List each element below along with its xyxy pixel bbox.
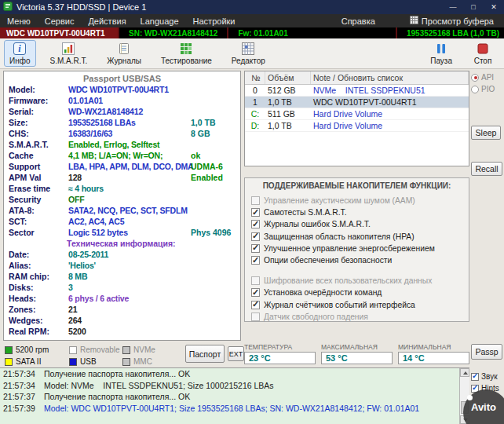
color-chip-icon <box>5 346 13 354</box>
menu-item-menu[interactable]: Меню <box>0 14 38 27</box>
function-item-5[interactable]: Опции обеспечения безопасности <box>245 254 469 266</box>
checkbox-icon <box>69 346 77 354</box>
menu-item-language[interactable]: Language <box>133 14 186 27</box>
temperature-value: 53 °C <box>321 352 393 364</box>
passport-value: 21 <box>68 305 77 314</box>
drive-row-0[interactable]: 0512 GBNVMe INTEL SSDPEKNU51 <box>245 85 469 97</box>
ext-button[interactable]: EXT <box>228 346 244 361</box>
mmc-indicator: MMC <box>122 356 170 367</box>
menu-item-service[interactable]: Сервис <box>38 14 82 27</box>
passport-value-2: Phys 4096 <box>191 228 231 237</box>
function-item-3[interactable]: Защищенная область накопителя (HPA) <box>245 231 469 243</box>
window-title: Victoria 5.37 HDD/SSD | Device 1 <box>16 2 146 12</box>
column-note-refresh[interactable]: Note / Обновить список <box>311 71 469 84</box>
menu-help[interactable]: Справка <box>334 14 382 27</box>
device-serial: SN: WD-WX21A8148412 <box>118 27 227 38</box>
temperature-label: ТЕМПЕРАТУРА <box>244 343 316 351</box>
function-item-0[interactable]: Управление акустическим шумом (ААМ) <box>245 195 469 207</box>
column-number: № <box>245 71 265 84</box>
function-item-8[interactable]: Журнал счётчиков событий интерфейса <box>245 299 469 311</box>
tech-info-header: Техническая информация: <box>4 238 240 249</box>
log-panel: 21:57:34Получение паспорта накопителя...… <box>0 367 469 424</box>
stop-icon <box>476 42 490 56</box>
temperature-label: МАКСИМАЛЬНАЯ <box>321 343 393 351</box>
side-panel: API PIO Sleep Recall Passp Звук Hints <box>471 71 504 396</box>
editor-icon <box>241 42 255 56</box>
passport-row: Disks:3 <box>4 282 240 293</box>
passport-label: RAM chip: <box>9 272 68 281</box>
close-button[interactable]: ✕ <box>484 0 504 14</box>
function-item-4[interactable]: Улучшенное управление энергосбережением <box>245 243 469 254</box>
api-radio[interactable]: API <box>471 72 504 82</box>
function-label: Шифрование всех пользовательских данных <box>264 276 432 285</box>
drive-table-header: № Объём Note / Обновить список <box>245 71 469 85</box>
menu-buffer-view[interactable]: Просмотр буфера <box>403 14 501 27</box>
device-capacity: 1953525168 LBA (1,0 TB) <box>396 27 504 38</box>
passport-label: Date: <box>9 250 68 259</box>
menu-item-settings[interactable]: Настройки <box>186 14 243 27</box>
drive-note: WDC WD10TPVT-00U4RT1 <box>311 97 469 107</box>
passport-label: Support <box>9 162 68 171</box>
sleep-button[interactable]: Sleep <box>471 126 501 140</box>
legend-label: 5200 rpm <box>16 345 49 354</box>
passp-button[interactable]: Passp <box>471 344 502 360</box>
passport-value: 1953525168 LBAs <box>68 118 136 127</box>
maximize-button[interactable]: □ <box>463 0 484 14</box>
passport-label: Cache <box>9 151 68 160</box>
drive-size: 512 GB <box>265 86 311 95</box>
function-item-9[interactable]: Датчик свободного падения <box>245 311 469 322</box>
checkbox-icon <box>251 288 260 297</box>
stop-button[interactable]: Стоп <box>467 40 499 67</box>
passport-value: 128 <box>68 173 82 182</box>
drive-size: 1,0 TB <box>265 97 311 107</box>
passport-label: Erase time <box>9 184 68 193</box>
passport-value: 16383/16/63 <box>68 129 112 138</box>
menu-item-actions[interactable]: Действия <box>81 14 133 27</box>
passport-value-2: 1,0 TB <box>191 118 216 127</box>
passport-value: OFF <box>68 195 84 204</box>
passport-row: S.M.A.R.T.Enabled, Errlog, Selftest <box>4 139 240 150</box>
scroll-up-icon[interactable] <box>460 368 469 377</box>
function-label: Самотесты S.M.A.R.T. <box>264 208 347 217</box>
tab-editor[interactable]: Редактор <box>226 40 271 67</box>
passport-row: Cache4,1 MB; L/A=ON; Wr=ON;ok <box>4 150 240 161</box>
passport-row: SectorLogic 512 bytesPhys 4096 <box>4 227 240 238</box>
function-item-6[interactable]: Шифрование всех пользовательских данных <box>245 275 469 287</box>
pause-button[interactable]: Пауза <box>425 40 458 67</box>
tab-label: Тестирование <box>161 57 212 65</box>
tab-journals[interactable]: Журналы <box>101 40 147 67</box>
tab-smart[interactable]: S.M.A.R.T. <box>45 40 93 67</box>
api-radio-label: API <box>481 73 494 82</box>
device-firmware: Fw: 01.01A01 <box>227 27 297 38</box>
minimize-button[interactable]: — <box>443 0 463 14</box>
function-item-7[interactable]: Установка очерёдности команд <box>245 287 469 298</box>
passport-row: Serial:WD-WX21A8148412 <box>4 106 240 117</box>
passport-row: Firmware:01.01A01 <box>4 95 240 106</box>
tab-testing[interactable]: Тестирование <box>155 40 217 67</box>
pio-radio[interactable]: PIO <box>471 84 504 94</box>
pause-icon <box>434 42 448 56</box>
drive-row-D[interactable]: D:1,0 TBHard Drive Volume <box>245 120 469 132</box>
drive-table: № Объём Note / Обновить список 0512 GBNV… <box>244 71 469 166</box>
avito-watermark: Avito <box>463 389 504 424</box>
temperature-current: ТЕМПЕРАТУРА23 °C <box>244 343 316 364</box>
tab-info[interactable]: iИнфо <box>4 40 36 67</box>
passport-value: 6 phys / 6 active <box>68 294 129 303</box>
passport-label: APM Val <box>9 173 68 182</box>
legend-label: SATA II <box>16 357 41 366</box>
device-model: WDC WD10TPVT-00U4RT1 <box>0 27 118 38</box>
drive-row-1[interactable]: 11,0 TBWDC WD10TPVT-00U4RT1 <box>245 97 469 108</box>
radio-dot-icon <box>471 74 479 82</box>
drive-row-C[interactable]: C:511 GBHard Drive Volume <box>245 108 469 120</box>
function-item-2[interactable]: Журналы ошибок S.M.A.R.T. <box>245 218 469 230</box>
temperature-label: МИНИМАЛЬНАЯ <box>398 343 469 351</box>
temperature-value: 14 °C <box>398 352 469 364</box>
recall-button[interactable]: Recall <box>471 162 502 176</box>
passport-button[interactable]: Паспорт <box>185 345 225 363</box>
sound-checkbox[interactable]: Звук <box>471 372 498 381</box>
pause-label: Пауза <box>430 57 452 65</box>
log-line: 21:57:37Получение паспорта накопителя...… <box>0 391 469 403</box>
function-item-1[interactable]: Самотесты S.M.A.R.T. <box>245 207 469 218</box>
drive-note: NVMe INTEL SSDPEKNU51 <box>311 86 469 95</box>
removable-checkbox[interactable]: Removable <box>69 344 121 356</box>
